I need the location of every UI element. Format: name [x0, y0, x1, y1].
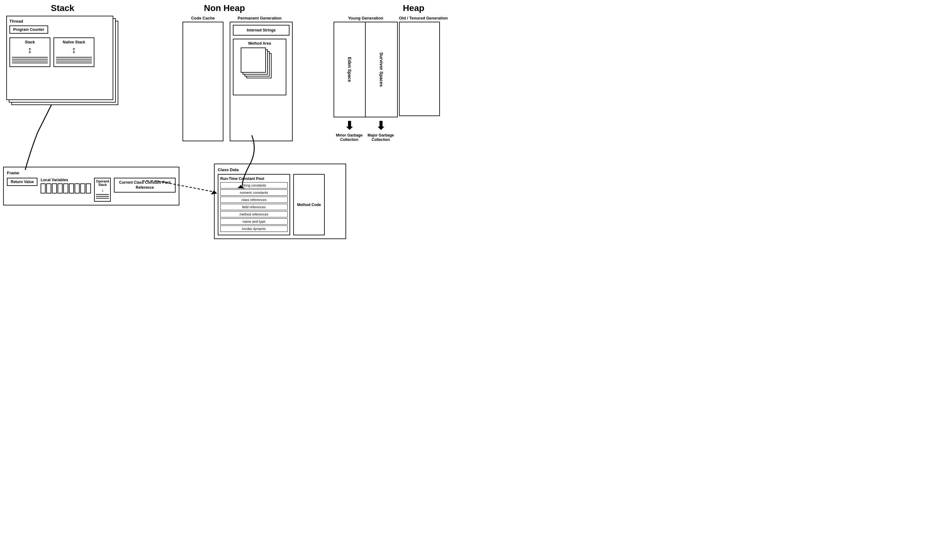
nonheap-title: Non Heap: [204, 3, 245, 13]
inner-stack-box: Stack ↕: [9, 37, 50, 67]
local-vars-label: Local Variables: [41, 178, 91, 182]
classdata-label: Class Data: [218, 168, 342, 172]
local-var-7: [75, 183, 80, 194]
method-code-box: Method Code: [293, 174, 325, 235]
major-gc-arrow: ⬇: [365, 119, 396, 132]
stack-title: Stack: [51, 3, 74, 13]
runtime-pool-label: Run-Time Constant Pool: [220, 177, 288, 181]
native-stack-label: Native Stack: [56, 40, 92, 45]
young-gen-col: Young Generation Eden Space Survivor Spa…: [334, 16, 398, 142]
old-gen-label: Old / Tenured Generation: [399, 16, 448, 20]
survivor-spaces-label: Survivor Spaces: [379, 52, 384, 87]
stack-section: Thread Program Counter Stack ↕: [6, 16, 139, 104]
local-var-1: [41, 183, 46, 194]
pool-item-6: invoke dynamic: [220, 226, 288, 232]
current-class-box: Current Class Constant Pool Reference: [114, 178, 176, 192]
local-var-5: [63, 183, 68, 194]
minor-gc-label: Minor Garbage Collection: [334, 133, 365, 142]
local-var-4: [58, 183, 63, 194]
young-gen-label: Young Generation: [334, 16, 398, 20]
frame-label: Frame: [7, 171, 176, 175]
minor-gc-arrow: ⬇: [334, 119, 365, 132]
old-gen-col: Old / Tenured Generation: [399, 16, 448, 116]
program-counter-box: Program Counter: [9, 26, 48, 34]
perm-gen-label: Permanent Generation: [226, 16, 293, 20]
code-cache-label: Code Cache: [183, 16, 223, 20]
major-gc-label: Major Garbage Collection: [365, 133, 396, 142]
eden-space-box: Eden Space: [334, 22, 366, 117]
thread-label: Thread: [9, 19, 110, 24]
method-area-label: Method Area: [236, 41, 284, 46]
interned-strings-box: Interned Strings: [233, 25, 290, 35]
pool-item-4: method references: [220, 211, 288, 217]
method-paper-1: [241, 48, 266, 73]
old-gen-box: [399, 22, 440, 116]
thread-box: Thread Program Counter Stack ↕: [6, 16, 113, 100]
native-arrow: ↕: [56, 46, 92, 54]
local-vars-grid: [41, 183, 91, 194]
pool-item-1: numeric constants: [220, 189, 288, 196]
pool-item-0: string constants: [220, 182, 288, 188]
stack-inner-label: Stack: [12, 40, 48, 45]
local-var-8: [80, 183, 85, 194]
nonheap-section: Code Cache Permanent Generation Interned…: [183, 16, 302, 141]
survivor-box: Survivor Spaces: [366, 22, 397, 117]
minor-gc-col: ⬇ Minor Garbage Collection: [334, 119, 365, 142]
pool-item-2: class references: [220, 197, 288, 203]
operand-stack-box: Operand Stack ↓: [94, 178, 111, 202]
runtime-pool: Run-Time Constant Pool string constants …: [218, 174, 290, 235]
heap-section: Young Generation Eden Space Survivor Spa…: [334, 16, 466, 142]
eden-space-label: Eden Space: [347, 57, 352, 82]
heap-title: Heap: [403, 3, 424, 13]
code-cache-box: [183, 22, 223, 141]
operand-arrow: ↓: [96, 187, 109, 193]
operand-label: Operand Stack: [96, 180, 109, 186]
return-value-box: Return Value: [7, 178, 37, 186]
classdata-section: Class Data Run-Time Constant Pool string…: [214, 164, 346, 239]
gc-arrows-row: ⬇ Minor Garbage Collection ⬇ Major Garba…: [334, 119, 398, 142]
local-var-3: [52, 183, 57, 194]
frame-section: Frame Return Value Local Variables Opera…: [3, 167, 179, 205]
local-var-9: [86, 183, 91, 194]
method-area-box: Method Area: [233, 39, 286, 95]
stack-arrow: ↕: [12, 46, 48, 54]
pool-item-5: name and type: [220, 218, 288, 225]
pool-item-3: field references: [220, 204, 288, 210]
inner-native-box: Native Stack ↕: [54, 37, 94, 67]
local-var-6: [69, 183, 74, 194]
perm-gen-box: Interned Strings Method Area: [230, 22, 293, 141]
major-gc-col: ⬇ Major Garbage Collection: [365, 119, 396, 142]
local-var-2: [46, 183, 51, 194]
